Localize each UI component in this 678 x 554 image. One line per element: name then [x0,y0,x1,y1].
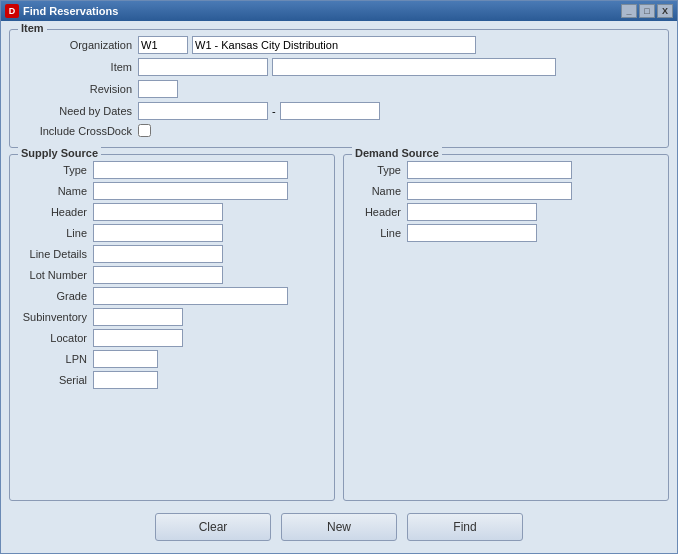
supply-type-label: Type [18,164,93,176]
demand-header-label: Header [352,206,407,218]
supply-line-details-input[interactable] [93,245,223,263]
maximize-button[interactable]: □ [639,4,655,18]
title-bar: D Find Reservations _ □ X [1,1,677,21]
supply-header-input[interactable] [93,203,223,221]
supply-lpn-row: LPN [18,350,326,368]
supply-name-row: Name [18,182,326,200]
supply-lot-number-row: Lot Number [18,266,326,284]
demand-source-group: Demand Source Type Name Header Line [343,154,669,501]
supply-subinventory-input[interactable] [93,308,183,326]
supply-line-input[interactable] [93,224,223,242]
demand-line-row: Line [352,224,660,242]
need-by-dates-from-input[interactable] [138,102,268,120]
supply-lpn-input[interactable] [93,350,158,368]
app-icon: D [5,4,19,18]
main-window: D Find Reservations _ □ X Item Organizat… [0,0,678,554]
supply-locator-input[interactable] [93,329,183,347]
revision-label: Revision [18,83,138,95]
new-button[interactable]: New [281,513,397,541]
need-by-dates-to-input[interactable] [280,102,380,120]
supply-locator-label: Locator [18,332,93,344]
demand-line-input[interactable] [407,224,537,242]
supply-name-input[interactable] [93,182,288,200]
need-by-dates-label: Need by Dates [18,105,138,117]
need-by-dates-row: Need by Dates - [18,102,660,120]
include-crossdock-row: Include CrossDock [18,124,660,137]
organization-code-input[interactable] [138,36,188,54]
include-crossdock-label: Include CrossDock [18,125,138,137]
demand-type-label: Type [352,164,407,176]
supply-subinventory-row: Subinventory [18,308,326,326]
supply-lot-number-input[interactable] [93,266,223,284]
source-columns: Supply Source Type Name Header Line [9,154,669,501]
organization-row: Organization [18,36,660,54]
supply-serial-input[interactable] [93,371,158,389]
clear-button[interactable]: Clear [155,513,271,541]
supply-subinventory-label: Subinventory [18,311,93,323]
supply-header-label: Header [18,206,93,218]
main-content: Item Organization Item Revision Need by … [1,21,677,553]
demand-header-input[interactable] [407,203,537,221]
find-button[interactable]: Find [407,513,523,541]
button-row: Clear New Find [9,507,669,545]
item-group: Item Organization Item Revision Need by … [9,29,669,148]
supply-grade-row: Grade [18,287,326,305]
supply-header-row: Header [18,203,326,221]
supply-line-details-row: Line Details [18,245,326,263]
demand-header-row: Header [352,203,660,221]
supply-lot-number-label: Lot Number [18,269,93,281]
dash-separator: - [272,105,276,117]
title-controls: _ □ X [621,4,673,18]
close-button[interactable]: X [657,4,673,18]
organization-label: Organization [18,39,138,51]
demand-name-input[interactable] [407,182,572,200]
supply-type-input[interactable] [93,161,288,179]
supply-source-label: Supply Source [18,147,101,159]
demand-name-label: Name [352,185,407,197]
supply-serial-label: Serial [18,374,93,386]
supply-line-row: Line [18,224,326,242]
include-crossdock-checkbox[interactable] [138,124,151,137]
revision-row: Revision [18,80,660,98]
item-row: Item [18,58,660,76]
supply-name-label: Name [18,185,93,197]
supply-source-group: Supply Source Type Name Header Line [9,154,335,501]
supply-lpn-label: LPN [18,353,93,365]
supply-grade-label: Grade [18,290,93,302]
demand-type-row: Type [352,161,660,179]
supply-type-row: Type [18,161,326,179]
item-input[interactable] [138,58,268,76]
item-desc-input[interactable] [272,58,556,76]
window-title: Find Reservations [23,5,621,17]
supply-serial-row: Serial [18,371,326,389]
demand-line-label: Line [352,227,407,239]
supply-locator-row: Locator [18,329,326,347]
item-group-label: Item [18,22,47,34]
revision-input[interactable] [138,80,178,98]
demand-name-row: Name [352,182,660,200]
demand-source-label: Demand Source [352,147,442,159]
demand-type-input[interactable] [407,161,572,179]
organization-desc-input[interactable] [192,36,476,54]
item-label: Item [18,61,138,73]
supply-line-label: Line [18,227,93,239]
supply-line-details-label: Line Details [18,248,93,260]
supply-grade-input[interactable] [93,287,288,305]
minimize-button[interactable]: _ [621,4,637,18]
